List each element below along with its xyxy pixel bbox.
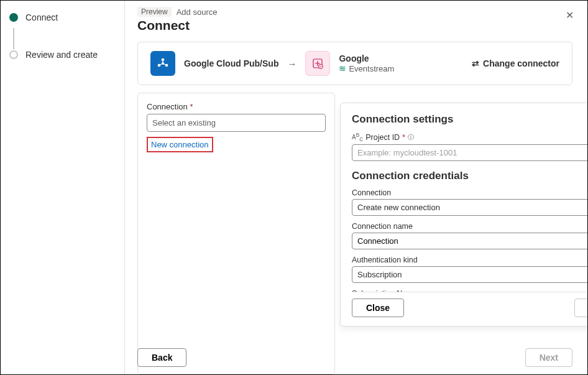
change-connector-button[interactable]: ⇄ Change connector: [472, 58, 559, 68]
auth-kind-label: Authentication kind: [352, 256, 588, 264]
page-title: Connect: [137, 18, 572, 33]
preview-badge: Preview: [137, 7, 172, 17]
source-name: Google Cloud Pub/Sub: [184, 58, 278, 68]
back-button[interactable]: Back: [137, 348, 186, 367]
connection-card: Connection * Select an existing New conn…: [137, 93, 335, 374]
connection-field-label: Connection *: [147, 102, 326, 111]
new-connection-link[interactable]: New connection: [147, 137, 213, 152]
dest-block: Google ≋ Eventstream: [339, 53, 394, 73]
connector-summary-card: Google Cloud Pub/Sub → Google ≋ Eventstr…: [137, 42, 572, 85]
connection-dropdown[interactable]: Create new connection ⌄: [352, 199, 588, 216]
project-id-input[interactable]: [352, 144, 588, 161]
swap-icon: ⇄: [472, 58, 479, 68]
info-icon[interactable]: ⓘ: [408, 133, 414, 142]
svg-point-0: [162, 58, 165, 62]
step-dot-active-icon: [9, 13, 18, 22]
credentials-heading: Connection credentials: [352, 170, 588, 182]
connect-button[interactable]: Connect: [574, 299, 588, 317]
breadcrumb: Preview Add source: [137, 7, 572, 17]
text-type-icon: ABC: [352, 132, 363, 142]
wizard-sidebar: Connect Review and create: [1, 1, 125, 374]
settings-heading: Connection settings: [352, 113, 588, 126]
dest-name: Google: [339, 53, 394, 63]
next-button[interactable]: Next: [525, 348, 572, 367]
wizard-step-connect[interactable]: Connect: [9, 12, 116, 23]
close-button[interactable]: Close: [352, 299, 404, 317]
connection-name-label: Connection name: [352, 222, 588, 231]
connection-label: Connection: [352, 188, 588, 197]
svg-point-2: [165, 64, 168, 67]
auth-kind-dropdown[interactable]: Subscription ⌄: [352, 266, 588, 283]
pubsub-icon: [150, 51, 175, 76]
wizard-footer: Back Next: [137, 348, 572, 367]
connection-select[interactable]: Select an existing: [147, 114, 326, 132]
eventstream-icon: [305, 51, 330, 76]
step-label: Connect: [25, 12, 58, 23]
breadcrumb-item: Add source: [177, 7, 218, 17]
project-id-label: ABC Project ID * ⓘ: [352, 132, 588, 142]
close-icon[interactable]: ✕: [566, 9, 574, 21]
step-connector-line: [13, 28, 14, 49]
connection-name-input[interactable]: [352, 233, 588, 249]
main-content: ✕ Preview Add source Connect Google Clou…: [125, 1, 587, 374]
connection-settings-flyout: Connection settings ABC Project ID * ⓘ C…: [340, 103, 588, 326]
step-dot-inactive-icon: [9, 50, 18, 59]
arrow-icon: →: [287, 58, 296, 69]
dest-sub: ≋ Eventstream: [339, 63, 394, 73]
eventstream-wave-icon: ≋: [339, 63, 346, 73]
step-label: Review and create: [25, 49, 98, 60]
svg-point-1: [158, 64, 161, 67]
wizard-step-review[interactable]: Review and create: [9, 49, 116, 60]
